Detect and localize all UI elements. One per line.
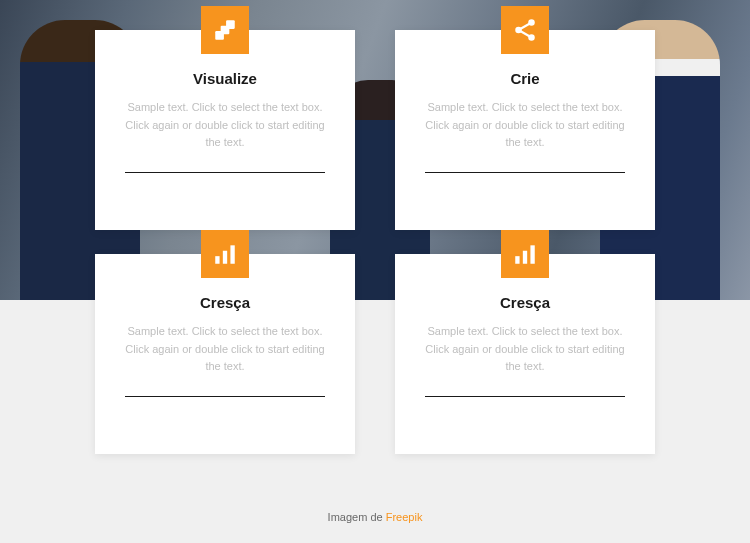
card-rule	[425, 396, 625, 397]
card-rule	[425, 172, 625, 173]
credit-link[interactable]: Freepik	[386, 511, 423, 523]
share-icon	[501, 6, 549, 54]
card-description[interactable]: Sample text. Click to select the text bo…	[119, 99, 331, 152]
card-description[interactable]: Sample text. Click to select the text bo…	[419, 323, 631, 376]
svg-rect-10	[230, 245, 234, 263]
layers-icon	[201, 6, 249, 54]
chart-icon	[501, 230, 549, 278]
image-credit: Imagem de Freepik	[0, 511, 750, 523]
card-cresca-2[interactable]: Cresça Sample text. Click to select the …	[395, 254, 655, 454]
svg-rect-7	[518, 29, 531, 38]
card-cresca-1[interactable]: Cresça Sample text. Click to select the …	[95, 254, 355, 454]
credit-prefix: Imagem de	[328, 511, 386, 523]
card-rule	[125, 396, 325, 397]
card-description[interactable]: Sample text. Click to select the text bo…	[419, 99, 631, 152]
card-description[interactable]: Sample text. Click to select the text bo…	[119, 323, 331, 376]
svg-rect-11	[515, 256, 519, 264]
card-crie[interactable]: Crie Sample text. Click to select the te…	[395, 30, 655, 230]
svg-rect-2	[215, 31, 224, 40]
svg-rect-8	[215, 256, 219, 264]
card-title: Visualize	[119, 70, 331, 87]
svg-rect-9	[223, 251, 227, 264]
card-rule	[125, 172, 325, 173]
card-title: Crie	[419, 70, 631, 87]
svg-rect-13	[530, 245, 534, 263]
cards-grid: Visualize Sample text. Click to select t…	[0, 30, 750, 454]
card-title: Cresça	[419, 294, 631, 311]
chart-icon	[201, 230, 249, 278]
page: Visualize Sample text. Click to select t…	[0, 0, 750, 543]
card-title: Cresça	[119, 294, 331, 311]
svg-rect-12	[523, 251, 527, 264]
card-visualize[interactable]: Visualize Sample text. Click to select t…	[95, 30, 355, 230]
